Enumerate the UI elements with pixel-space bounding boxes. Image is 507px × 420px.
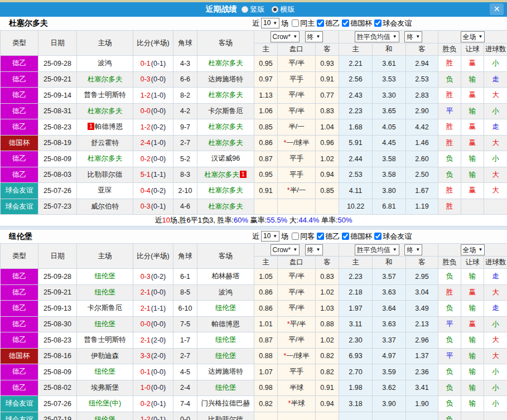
goals-result-cell: 小 <box>484 396 507 412</box>
away-odds-cell: 0.77 <box>316 88 339 104</box>
mean-draw-cell: 3.80 <box>373 183 406 199</box>
col-header-home: 主场 <box>77 31 133 56</box>
league-badge: 球会友谊 <box>1 412 38 420</box>
mean-home-cell: 3.18 <box>339 396 373 412</box>
scope-select[interactable]: 全场▼ <box>461 244 485 255</box>
match-count-select[interactable]: 10▼ <box>261 231 279 242</box>
chevron-down-icon: ▼ <box>393 245 397 255</box>
league-filter-checkbox[interactable]: 球会友谊 <box>374 231 412 242</box>
match-count-select[interactable]: 10▼ <box>261 18 279 28</box>
close-button[interactable]: ✕ <box>490 3 504 15</box>
away-team-cell: 杜塞尔多夫 <box>197 88 254 104</box>
home-odds-cell: 0.82 <box>254 396 278 412</box>
corner-cell: 6-10 <box>173 301 197 317</box>
same-venue-checkbox[interactable]: 同主 <box>292 18 315 28</box>
score-cell: 1-2(1-0) <box>133 88 173 104</box>
result-cell: 负 <box>438 269 461 285</box>
mean-final-select[interactable]: 终▼ <box>404 244 422 255</box>
result-cell: 胜 <box>438 199 461 215</box>
mean-draw-cell: 4.45 <box>373 135 406 151</box>
mean-draw-cell: 3.65 <box>373 103 406 119</box>
home-team-name: 舒云霍特 <box>91 139 119 147</box>
home-odds-cell: 0.91 <box>254 183 278 199</box>
handicap-result-cell: 输 <box>461 364 484 380</box>
home-team-name: 伊勒迪森 <box>91 352 119 360</box>
col-header-type: 类型 <box>1 31 38 56</box>
layout-radio[interactable]: 竖版 <box>242 4 265 15</box>
col-header-away: 客场 <box>197 244 254 269</box>
radio-unselected-icon[interactable] <box>242 6 248 13</box>
league-filter-label: 德乙 <box>325 231 340 242</box>
scope-select[interactable]: 全场▼ <box>461 31 485 42</box>
league-badge: 德乙 <box>1 380 38 396</box>
home-odds-cell: 0.98 <box>254 380 278 396</box>
score-cell: 0-1(0-1) <box>133 56 173 72</box>
goals-result-cell: 走 <box>484 301 507 317</box>
mean-select[interactable]: 胜平负均值▼ <box>355 244 399 255</box>
score-cell: 2-1(1-1) <box>133 301 173 317</box>
away-team-cell: 比勒菲尔德 <box>197 412 254 420</box>
titlebar: 近期战绩 竖版横版 ✕ <box>0 2 507 17</box>
odds-source-select[interactable]: Crow*▼ <box>271 244 300 255</box>
fulltime-score: 5-1 <box>141 171 151 178</box>
mean-final-select[interactable]: 终▼ <box>404 31 422 42</box>
league-filter-checkbox[interactable]: 德乙 <box>317 18 340 28</box>
score-cell: 3-3(2-0) <box>133 348 173 364</box>
away-team-name: 纽伦堡 <box>215 352 236 360</box>
odds-source-select[interactable]: Crow*▼ <box>271 31 300 42</box>
mean-draw-cell: 6.81 <box>373 199 406 215</box>
layout-radio[interactable]: 横版 <box>272 4 295 15</box>
handicap-cell: 半球 <box>278 380 316 396</box>
league-filter-checkbox[interactable]: 德国杯 <box>342 18 372 28</box>
mean-select[interactable]: 胜平负均值▼ <box>355 31 399 42</box>
mean-away-cell: 3.04 <box>406 284 438 301</box>
home-odds-cell: 0.87 <box>254 151 278 167</box>
goals-result-cell: 小 <box>484 316 507 332</box>
league-filter-label: 德国杯 <box>350 231 372 242</box>
recent-results-window: 近期战绩 竖版横版 ✕ 杜塞尔多夫 近 10▼ 场 同主 德乙德国杯球会友谊 <box>0 0 507 420</box>
handicap-result-cell: 输 <box>461 348 484 364</box>
mean-home-cell: 2.18 <box>339 284 373 301</box>
league-filter-checkbox[interactable]: 球会友谊 <box>374 18 412 28</box>
radio-selected-icon[interactable] <box>272 6 278 13</box>
away-odds-cell: 0.91 <box>316 71 339 88</box>
mean-away-cell: 1.37 <box>406 348 438 364</box>
chevron-down-icon: ▼ <box>416 245 420 255</box>
mean-draw-cell: 3.37 <box>373 332 406 349</box>
league-filter-group: 德乙德国杯球会友谊 <box>315 231 412 242</box>
result-cell: 负 <box>438 364 461 380</box>
mean-draw-cell: 4.97 <box>373 348 406 364</box>
mean-draw-cell <box>373 412 406 420</box>
sub-header-odds-away: 客 <box>316 44 339 56</box>
home-team-name: 杜塞尔多夫 <box>88 75 123 83</box>
summary-segment: 场,胜6平1负3, 胜率: <box>170 216 234 224</box>
home-odds-cell <box>254 412 278 420</box>
home-odds-cell: 1.13 <box>254 88 278 104</box>
odds-final-select[interactable]: 终▼ <box>305 31 323 42</box>
col-header-corner: 角球 <box>173 244 197 269</box>
mean-home-cell: 5.91 <box>339 135 373 151</box>
goals-result-cell: 大 <box>484 88 507 104</box>
scope-group-header: 全场▼ <box>438 31 507 44</box>
home-team-cell: 杜塞尔多夫 <box>77 103 133 119</box>
same-venue-checkbox[interactable]: 同客 <box>292 231 315 242</box>
col-header-date: 日期 <box>38 31 77 56</box>
sub-header-goals: 进球数 <box>484 44 507 56</box>
result-cell: 胜 <box>438 88 461 104</box>
away-team-name: 卡尔斯鲁厄 <box>208 107 243 115</box>
match-date: 25-07-19 <box>38 412 77 420</box>
sub-header-handicap: 盘口 <box>278 44 316 56</box>
league-badge: 德国杯 <box>1 348 38 364</box>
summary-segment: 赢率: <box>248 216 267 224</box>
result-cell: 负 <box>438 301 461 317</box>
home-team-cell: 亚琛 <box>77 183 133 199</box>
odds-final-select[interactable]: 终▼ <box>305 244 323 255</box>
handicap-cell: *一/球半 <box>278 348 316 364</box>
team-section: 纽伦堡 近 10▼ 场 同客 德乙德国杯球会友谊 类型 日期 主场 <box>0 230 507 420</box>
league-filter-checkbox[interactable]: 德乙 <box>317 231 340 242</box>
corner-cell: 4-5 <box>173 364 197 380</box>
fulltime-score: 1-0 <box>141 384 151 392</box>
away-team-cell: 纽伦堡 <box>197 301 254 317</box>
league-filter-checkbox[interactable]: 德国杯 <box>342 231 372 242</box>
summary-segment: 60% <box>234 216 248 224</box>
